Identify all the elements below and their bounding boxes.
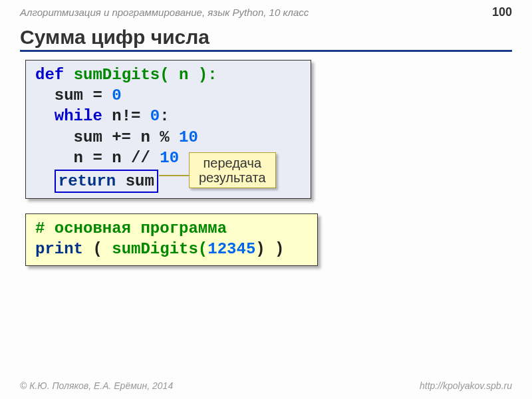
footer-url: http://kpolyakov.spb.ru: [420, 380, 512, 391]
code-line: sum = 0: [35, 85, 301, 106]
slide-footer: © К.Ю. Поляков, Е.А. Ерёмин, 2014 http:/…: [0, 380, 532, 391]
callout-text: результата: [199, 170, 266, 185]
page-number: 100: [492, 5, 512, 19]
return-highlight: return sum: [55, 170, 158, 193]
code-line: print ( sumDigits(12345) ): [35, 239, 308, 259]
code-line: def sumDigits( n ):: [35, 65, 301, 85]
callout-connector: [159, 175, 191, 176]
slide-header: Алгоритмизация и программирование, язык …: [0, 0, 532, 22]
code-comment: # основная программа: [35, 218, 308, 239]
course-title: Алгоритмизация и программирование, язык …: [20, 7, 309, 18]
callout-box: передача результата: [189, 152, 276, 188]
footer-authors: © К.Ю. Поляков, Е.А. Ерёмин, 2014: [20, 380, 173, 391]
code-line: while n!= 0:: [35, 106, 301, 126]
code-block-main: # основная программа print ( sumDigits(1…: [25, 213, 318, 265]
callout-text: передача: [199, 156, 266, 170]
slide-title: Сумма цифр числа: [20, 26, 512, 52]
code-block-function: def sumDigits( n ): sum = 0 while n!= 0:…: [25, 60, 311, 199]
code-line: sum += n % 10: [35, 127, 301, 148]
